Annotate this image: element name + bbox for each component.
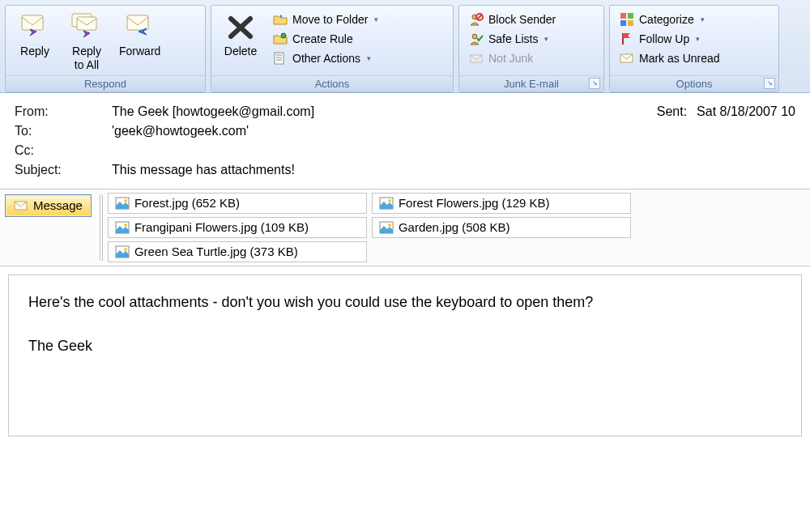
block-sender-icon xyxy=(469,12,484,27)
block-sender-label: Block Sender xyxy=(488,13,556,26)
message-header: From: The Geek [howtogeek@gmail.com] Sen… xyxy=(0,93,810,189)
move-to-folder-label: Move to Folder xyxy=(292,13,368,26)
svg-point-21 xyxy=(124,199,127,202)
not-junk-button: Not Junk xyxy=(466,49,559,67)
svg-point-25 xyxy=(124,223,127,227)
attachment-item[interactable]: Green Sea Turtle.jpg (373 KB) xyxy=(108,241,367,262)
forward-icon xyxy=(124,11,156,43)
image-file-icon xyxy=(115,220,130,235)
delete-label: Delete xyxy=(224,45,257,58)
group-respond: Reply Reply to All Forward xyxy=(5,5,206,92)
svg-line-11 xyxy=(477,15,482,19)
svg-rect-0 xyxy=(22,15,43,30)
safe-lists-button[interactable]: Safe Lists ▾ xyxy=(466,30,559,48)
group-options-title: Options ↘ xyxy=(610,75,778,92)
separator xyxy=(100,194,104,261)
reply-button[interactable]: Reply xyxy=(9,9,61,62)
image-file-icon xyxy=(379,196,394,211)
attachment-label: Forest Flowers.jpg (129 KB) xyxy=(399,196,550,210)
categorize-icon xyxy=(620,12,634,27)
svg-rect-14 xyxy=(620,13,626,19)
attachment-label: Green Sea Turtle.jpg (373 KB) xyxy=(134,245,298,258)
image-file-icon xyxy=(115,245,130,259)
from-label: From: xyxy=(15,104,112,119)
svg-point-27 xyxy=(388,223,391,227)
attachment-label: Forest.jpg (652 KB) xyxy=(134,196,240,210)
attachment-item[interactable]: Forest.jpg (652 KB) xyxy=(108,193,367,214)
attachment-label: Garden.jpg (508 KB) xyxy=(399,220,510,234)
svg-point-29 xyxy=(124,248,127,251)
attachment-area: Message Forest.jpg (652 KB) Forest Flowe… xyxy=(0,189,810,266)
safe-lists-label: Safe Lists xyxy=(488,32,538,45)
follow-up-button[interactable]: Follow Up ▾ xyxy=(616,30,723,48)
reply-all-button[interactable]: Reply to All xyxy=(61,9,113,75)
subject-value: This message has attachments! xyxy=(112,163,795,177)
attachment-label: Frangipani Flowers.jpg (109 KB) xyxy=(134,220,309,234)
svg-point-23 xyxy=(388,199,391,202)
other-actions-button[interactable]: Other Actions ▾ xyxy=(270,49,382,67)
reply-icon xyxy=(19,11,51,43)
svg-point-12 xyxy=(472,34,477,39)
svg-rect-2 xyxy=(77,17,96,30)
attachment-item[interactable]: Forest Flowers.jpg (129 KB) xyxy=(372,193,631,214)
chevron-down-icon: ▾ xyxy=(544,35,548,43)
forward-button[interactable]: Forward xyxy=(113,9,167,62)
chevron-down-icon: ▾ xyxy=(367,54,371,62)
svg-rect-17 xyxy=(628,20,633,26)
reply-label: Reply xyxy=(20,45,49,58)
body-line: Here's the cool attachments - don't you … xyxy=(28,292,782,313)
create-rule-label: Create Rule xyxy=(292,32,353,45)
group-options: Categorize ▾ Follow Up ▾ Mar xyxy=(609,5,779,92)
reply-all-label: Reply to All xyxy=(72,45,101,72)
image-file-icon xyxy=(379,220,394,235)
other-actions-label: Other Actions xyxy=(292,52,360,65)
attachment-item[interactable]: Garden.jpg (508 KB) xyxy=(372,217,631,238)
group-junk: Block Sender Safe Lists ▾ xyxy=(458,5,604,92)
message-tab-label: Message xyxy=(33,198,83,212)
block-sender-button[interactable]: Block Sender xyxy=(466,11,559,28)
group-actions-title: Actions xyxy=(211,75,453,92)
ribbon: Reply Reply to All Forward xyxy=(0,0,810,93)
group-respond-title: Respond xyxy=(6,75,205,92)
dialog-launcher-icon[interactable]: ↘ xyxy=(764,78,775,89)
svg-rect-5 xyxy=(275,53,284,64)
create-rule-button[interactable]: Create Rule xyxy=(270,30,382,48)
not-junk-label: Not Junk xyxy=(488,52,533,65)
create-rule-icon xyxy=(273,32,288,46)
subject-label: Subject: xyxy=(15,163,112,177)
svg-rect-15 xyxy=(628,13,633,19)
dialog-launcher-icon[interactable]: ↘ xyxy=(589,78,600,89)
sent-label: Sent: xyxy=(657,104,687,119)
mark-unread-icon xyxy=(620,51,634,66)
body-signature: The Geek xyxy=(28,335,782,357)
attachment-item[interactable]: Frangipani Flowers.jpg (109 KB) xyxy=(108,217,367,238)
mark-unread-label: Mark as Unread xyxy=(639,52,720,65)
delete-button[interactable]: Delete xyxy=(215,9,266,62)
chevron-down-icon: ▾ xyxy=(374,15,378,23)
chevron-down-icon: ▾ xyxy=(696,35,700,43)
group-actions: Delete Move to Folder ▾ Create Ru xyxy=(211,5,454,92)
svg-rect-16 xyxy=(620,20,626,26)
chevron-down-icon: ▾ xyxy=(701,15,705,23)
forward-label: Forward xyxy=(119,45,160,58)
delete-icon xyxy=(224,11,257,43)
envelope-icon xyxy=(14,198,28,213)
follow-up-label: Follow Up xyxy=(639,32,689,45)
attachment-list: Forest.jpg (652 KB) Forest Flowers.jpg (… xyxy=(108,189,631,266)
sent-value: Sat 8/18/2007 10 xyxy=(697,104,795,119)
folder-move-icon xyxy=(273,12,288,27)
image-file-icon xyxy=(115,196,130,211)
svg-rect-3 xyxy=(127,15,148,30)
not-junk-icon xyxy=(469,51,484,66)
categorize-button[interactable]: Categorize ▾ xyxy=(616,11,723,28)
move-to-folder-button[interactable]: Move to Folder ▾ xyxy=(270,11,382,28)
group-junk-title: Junk E-mail ↘ xyxy=(459,75,603,92)
cc-value xyxy=(112,143,795,158)
message-tab[interactable]: Message xyxy=(5,194,92,217)
safe-lists-icon xyxy=(469,32,484,46)
reply-all-icon xyxy=(70,11,103,43)
other-actions-icon xyxy=(273,51,288,66)
svg-point-4 xyxy=(281,33,286,38)
message-body: Here's the cool attachments - don't you … xyxy=(8,275,802,436)
mark-unread-button[interactable]: Mark as Unread xyxy=(616,49,723,67)
